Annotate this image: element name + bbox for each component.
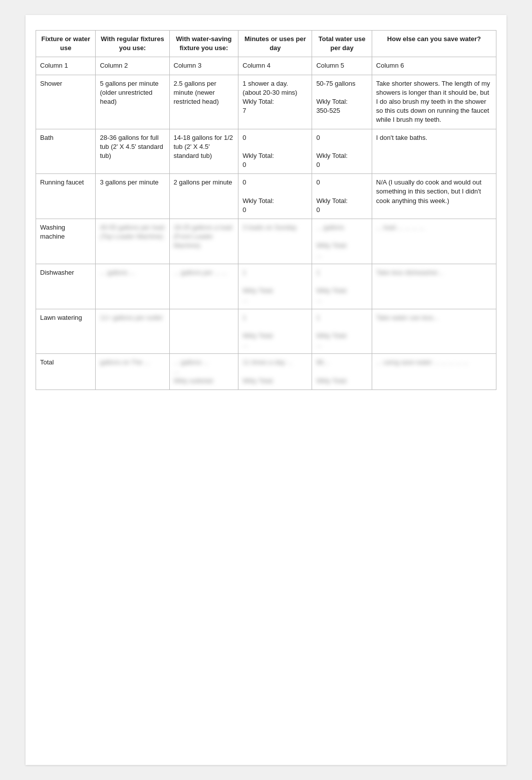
header-col1: Fixture or water use [36,31,96,57]
row-0-regular: 5 gallons per minute (older unrestricted… [96,75,169,129]
row-2-fixture: Running faucet [36,174,96,219]
col-label-4: Column 4 [238,57,312,75]
row-4-how_else: Take less dishwasher... [372,264,496,309]
row-5-minutes: 1Wkly Total:... [238,309,312,354]
row-0-total: 50-75 gallonsWkly Total:350-525 [312,75,372,129]
row-1-saving: 14-18 gallons for 1/2 tub (2' X 4.5' sta… [169,129,238,174]
row-1-total: 0Wkly Total:0 [312,129,372,174]
header-col3: With water-saving fixture you use: [169,31,238,57]
row-4-regular: ... gallons ... [96,264,169,309]
row-5-fixture: Lawn watering [36,309,96,354]
row-3-fixture: Washing machine [36,219,96,264]
row-3-how_else: ... load ... ... ... ... [372,219,496,264]
header-col4: Minutes or uses per day [238,31,312,57]
header-col5: Total water use per day [312,31,372,57]
row-6-how_else: ... using save water ... ... ... ... ... [372,354,496,390]
row-2-regular: 3 gallons per minute [96,174,169,219]
row-4-total: 1Wkly Total:... [312,264,372,309]
row-1-how_else: I don't take baths. [372,129,496,174]
row-2-total: 0Wkly Total:0 [312,174,372,219]
row-6-saving: ... gallons ......Wkly subtotal: [169,354,238,390]
row-0-minutes: 1 shower a day. (about 20-30 mins)Wkly T… [238,75,312,129]
row-3-minutes: 3 loads on Sunday [238,219,312,264]
row-5-total: 1Wkly Total:... [312,309,372,354]
row-0-fixture: Shower [36,75,96,129]
row-0-saving: 2.5 gallons per minute (newer restricted… [169,75,238,129]
col-label-6: Column 6 [372,57,496,75]
water-use-table: Fixture or water use With regular fixtur… [36,30,496,390]
page: Fixture or water use With regular fixtur… [26,15,506,765]
row-4-fixture: Dishwasher [36,264,96,309]
row-2-saving: 2 gallons per minute [169,174,238,219]
row-6-minutes: 11 times a day ...Wkly Total: [238,354,312,390]
row-3-regular: 40-55 gallons per load (Top Loader Machi… [96,219,169,264]
row-3-saving: 18-25 gallons a load (Front Loader Machi… [169,219,238,264]
row-4-minutes: 1Wkly Total:... [238,264,312,309]
row-2-how_else: N/A (I usually do cook and would out som… [372,174,496,219]
col-label-2: Column 2 [96,57,169,75]
row-5-saving [169,309,238,354]
row-5-how_else: Take water use less... [372,309,496,354]
row-1-fixture: Bath [36,129,96,174]
row-0-how_else: Take shorter showers. The length of my s… [372,75,496,129]
row-6-total: 86...Wkly Total: [312,354,372,390]
row-6-regular: gallons on The ... [96,354,169,390]
row-3-total: ... gallonsWkly Total:... [312,219,372,264]
col-label-5: Column 5 [312,57,372,75]
row-4-saving: ... gallons per ... ... [169,264,238,309]
row-6-fixture: Total [36,354,96,390]
row-5-regular: 11+ gallons per outlet [96,309,169,354]
header-col2: With regular fixtures you use: [96,31,169,57]
col-label-1: Column 1 [36,57,96,75]
header-col6: How else can you save water? [372,31,496,57]
row-1-minutes: 0Wkly Total:0 [238,129,312,174]
row-2-minutes: 0Wkly Total:0 [238,174,312,219]
row-1-regular: 28-36 gallons for full tub (2' X 4.5' st… [96,129,169,174]
col-label-3: Column 3 [169,57,238,75]
